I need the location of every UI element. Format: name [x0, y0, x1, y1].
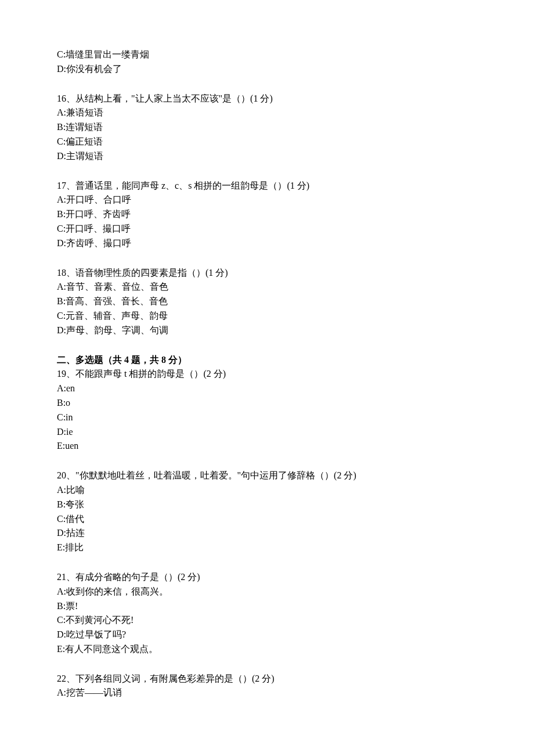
section-multi: 二、多选题（共 4 题，共 8 分） 19、不能跟声母 t 相拼的韵母是（）(2… [57, 353, 477, 454]
option-a: A:挖苦——讥诮 [57, 686, 477, 700]
option-d: D:拈连 [57, 526, 477, 541]
option-e: E:排比 [57, 541, 477, 555]
question-18: 18、语音物理性质的四要素是指（）(1 分) A:音节、音素、音位、音色 B:音… [57, 266, 477, 338]
option-b: B:开口呼、齐齿呼 [57, 207, 477, 222]
question-stem: 22、下列各组同义词，有附属色彩差异的是（）(2 分) [57, 672, 477, 686]
option-d: D:声母、韵母、字调、句调 [57, 323, 477, 338]
question-16: 16、从结构上看，"让人家上当太不应该"是（）(1 分) A:兼语短语 B:连谓… [57, 92, 477, 164]
option-c: C:偏正短语 [57, 135, 477, 149]
question-stem: 19、不能跟声母 t 相拼的韵母是（）(2 分) [57, 367, 477, 381]
option-c: C:开口呼、撮口呼 [57, 222, 477, 236]
option-c: C:墙缝里冒出一缕青烟 [57, 48, 477, 62]
option-d: D:主谓短语 [57, 149, 477, 164]
option-d: D:吃过早饭了吗? [57, 628, 477, 642]
option-a: A:en [57, 381, 477, 396]
question-stem: 21、有成分省略的句子是（）(2 分) [57, 570, 477, 585]
question-stem: 17、普通话里，能同声母 z、c、s 相拼的一组韵母是（）(1 分) [57, 179, 477, 193]
option-b: B:票! [57, 599, 477, 614]
option-e: E:有人不同意这个观点。 [57, 642, 477, 657]
question-22: 22、下列各组同义词，有附属色彩差异的是（）(2 分) A:挖苦——讥诮 [57, 672, 477, 701]
option-c: C:不到黄河心不死! [57, 613, 477, 628]
option-d: D:ie [57, 425, 477, 440]
question-partial: C:墙缝里冒出一缕青烟 D:你没有机会了 [57, 48, 477, 77]
question-17: 17、普通话里，能同声母 z、c、s 相拼的一组韵母是（）(1 分) A:开口呼… [57, 179, 477, 251]
question-21: 21、有成分省略的句子是（）(2 分) A:收到你的来信，很高兴。 B:票! C… [57, 570, 477, 657]
option-b: B:音高、音强、音长、音色 [57, 294, 477, 309]
option-d: D:你没有机会了 [57, 62, 477, 77]
section-title: 二、多选题（共 4 题，共 8 分） [57, 353, 477, 368]
option-c: C:in [57, 411, 477, 425]
option-c: C:借代 [57, 512, 477, 527]
option-b: B:连谓短语 [57, 120, 477, 135]
option-e: E:uen [57, 439, 477, 453]
option-a: A:比喻 [57, 483, 477, 498]
question-stem: 18、语音物理性质的四要素是指（）(1 分) [57, 266, 477, 280]
question-20: 20、"你默默地吐着丝，吐着温暖，吐着爱。"句中运用了修辞格（）(2 分) A:… [57, 469, 477, 555]
option-a: A:开口呼、合口呼 [57, 193, 477, 207]
question-stem: 20、"你默默地吐着丝，吐着温暖，吐着爱。"句中运用了修辞格（）(2 分) [57, 469, 477, 483]
option-a: A:收到你的来信，很高兴。 [57, 585, 477, 599]
option-b: B:o [57, 396, 477, 411]
option-a: A:音节、音素、音位、音色 [57, 280, 477, 294]
page: C:墙缝里冒出一缕青烟 D:你没有机会了 16、从结构上看，"让人家上当太不应该… [0, 0, 534, 756]
option-a: A:兼语短语 [57, 106, 477, 120]
option-b: B:夸张 [57, 498, 477, 512]
option-c: C:元音、辅音、声母、韵母 [57, 309, 477, 323]
question-stem: 16、从结构上看，"让人家上当太不应该"是（）(1 分) [57, 92, 477, 106]
option-d: D:齐齿呼、撮口呼 [57, 236, 477, 251]
